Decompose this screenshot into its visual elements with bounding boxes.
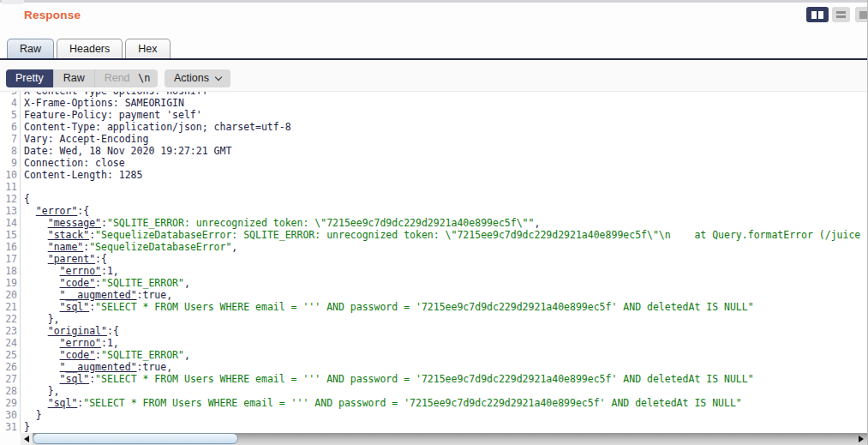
code-text: Content-Type: application/json; charset=… (17, 121, 291, 133)
code-line: 6Content-Type: application/json; charset… (0, 121, 867, 133)
code-text: "sql":"SELECT * FROM Users WHERE email =… (17, 373, 754, 385)
code-line: 19 "code":"SQLITE_ERROR", (0, 277, 867, 289)
code-text: "original":{ (17, 325, 119, 337)
pretty-toggle-button[interactable]: Pretty (6, 69, 53, 87)
rows-view-icon (836, 11, 846, 14)
code-line: 10Content-Length: 1285 (0, 169, 867, 181)
line-number: 29 (0, 397, 17, 409)
arrow-right-icon (859, 436, 864, 442)
panel-top-divider (0, 0, 867, 3)
response-tab-bar: Raw Headers Hex (7, 39, 171, 58)
actions-menu-button[interactable]: Actions (165, 69, 230, 87)
code-line: 16 "name":"SequelizeDatabaseError", (0, 241, 867, 253)
line-number: 26 (0, 361, 17, 373)
code-line: 28 }, (0, 385, 867, 397)
code-line: 21 "sql":"SELECT * FROM Users WHERE emai… (0, 301, 867, 313)
line-number: 28 (0, 385, 17, 397)
panel-title: Response (24, 9, 81, 21)
code-line: 12{ (0, 193, 867, 205)
arrow-left-icon (24, 436, 29, 442)
code-text: "message":"SQLITE_ERROR: unrecognized to… (17, 217, 540, 229)
scroll-right-button[interactable] (855, 433, 867, 445)
code-line: 14 "message":"SQLITE_ERROR: unrecognized… (0, 217, 867, 229)
clipped-element-fragment (2, 0, 24, 4)
line-number: 11 (0, 181, 17, 193)
code-pane: 3X-Content-Type-Options: nosniff4X-Frame… (0, 92, 867, 433)
line-number: 27 (0, 373, 17, 385)
line-number: 31 (0, 421, 17, 433)
line-number: 18 (0, 265, 17, 277)
tab-headers[interactable]: Headers (57, 39, 123, 58)
code-line: 15 "stack":"SequelizeDatabaseError: SQLI… (0, 229, 867, 241)
view-mode-segmented-control: Pretty Raw Render (6, 69, 149, 87)
code-line: 24 "errno":1, (0, 337, 867, 349)
code-line: 26 "__augmented":true, (0, 361, 867, 373)
code-line: 11 (0, 181, 867, 193)
code-line: 27 "sql":"SELECT * FROM Users WHERE emai… (0, 373, 867, 385)
code-text: "errno":1, (17, 265, 119, 277)
code-text: Date: Wed, 18 Nov 2020 19:27:21 GMT (17, 145, 231, 157)
response-editor[interactable]: 3X-Content-Type-Options: nosniff4X-Frame… (0, 92, 867, 433)
line-number: 21 (0, 301, 17, 313)
scrollbar-track[interactable] (33, 433, 855, 445)
code-line: 31} (0, 421, 867, 433)
code-text: "code":"SQLITE_ERROR", (17, 349, 190, 361)
code-line: 7Vary: Accept-Encoding (0, 133, 867, 145)
code-text: Feature-Policy: payment 'self' (17, 109, 202, 121)
line-number: 12 (0, 193, 17, 205)
line-number: 10 (0, 169, 17, 181)
line-number: 13 (0, 205, 17, 217)
gutter-separator (20, 92, 21, 433)
line-number: 17 (0, 253, 17, 265)
code-text: "error":{ (17, 205, 89, 217)
line-number: 23 (0, 325, 17, 337)
code-text: }, (17, 385, 60, 397)
tab-raw[interactable]: Raw (7, 39, 54, 58)
scrollbar-thumb[interactable] (33, 433, 238, 444)
line-number: 20 (0, 289, 17, 301)
line-number: 5 (0, 109, 17, 121)
actions-label: Actions (174, 69, 209, 87)
code-text: Vary: Accept-Encoding (17, 133, 148, 145)
columns-view-icon (811, 11, 817, 19)
code-line: 4X-Frame-Options: SAMEORIGIN (0, 97, 867, 109)
single-pane-view-button[interactable] (855, 7, 868, 22)
code-text: "errno":1, (17, 337, 119, 349)
code-line: 29 "sql":"SELECT * FROM Users WHERE emai… (0, 397, 867, 409)
code-line: 5Feature-Policy: payment 'self' (0, 109, 867, 121)
code-text: "stack":"SequelizeDatabaseError: SQLITE_… (17, 229, 860, 241)
line-number: 7 (0, 133, 17, 145)
line-number: 4 (0, 97, 17, 109)
code-text: "parent":{ (17, 253, 107, 265)
code-text: "__augmented":true, (17, 289, 172, 301)
chevron-down-icon (215, 74, 222, 81)
code-line: 9Connection: close (0, 157, 867, 169)
code-text: "sql":"SELECT * FROM Users WHERE email =… (17, 397, 742, 409)
code-text: }, (17, 313, 60, 325)
code-line: 22 }, (0, 313, 867, 325)
split-columns-view-button[interactable] (806, 7, 829, 22)
code-text: "__augmented":true, (17, 361, 172, 373)
response-panel: Response Raw Headers Hex Pretty Raw Rend… (0, 0, 868, 445)
line-number: 19 (0, 277, 17, 289)
line-number: 24 (0, 337, 17, 349)
code-line: 13 "error":{ (0, 205, 867, 217)
line-number: 30 (0, 409, 17, 421)
split-rows-view-button[interactable] (832, 7, 850, 22)
show-newlines-button[interactable]: \n (130, 69, 158, 87)
scroll-left-button[interactable] (21, 433, 33, 445)
tab-hex[interactable]: Hex (125, 39, 170, 58)
columns-view-icon (818, 11, 823, 19)
code-line: 17 "parent":{ (0, 253, 867, 265)
line-number: 8 (0, 145, 17, 157)
single-pane-icon (859, 11, 868, 19)
code-text: } (17, 409, 42, 421)
raw-toggle-button[interactable]: Raw (53, 69, 94, 87)
code-line: 18 "errno":1, (0, 265, 867, 277)
line-number: 25 (0, 349, 17, 361)
code-text: Content-Length: 1285 (17, 169, 142, 181)
code-line: 20 "__augmented":true, (0, 289, 867, 301)
code-text: X-Frame-Options: SAMEORIGIN (17, 97, 184, 109)
line-number: 14 (0, 217, 17, 229)
line-number: 22 (0, 313, 17, 325)
